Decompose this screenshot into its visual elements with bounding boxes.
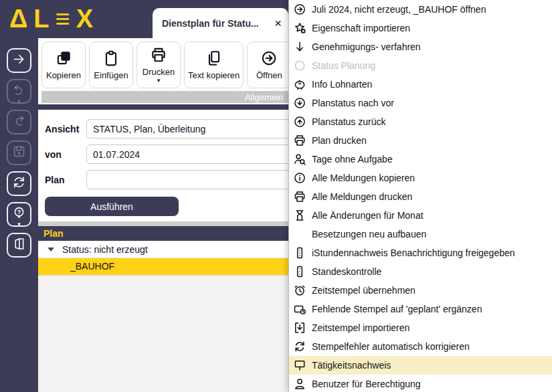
from-field[interactable] [86,144,288,164]
tree-item-status-label: Status: nicht erzeugt [62,244,148,255]
menu-item-status-planning: Status Planung [289,56,552,75]
circle-arrow-up-icon [293,115,306,128]
menu-item-info-wage-types[interactable]: Info Lohnarten [289,75,552,94]
menu-item-fill-missing-stamps-label: Fehlende Stempel auf 'geplant' ergänzen [312,304,482,314]
document-tab[interactable]: Dienstplan für Statu... × [153,8,288,38]
paste-button[interactable]: Einfügen [89,41,133,88]
undo-button: ▾ [7,79,31,104]
refresh-button[interactable] [7,171,31,196]
menu-item-import-property[interactable]: Eigenschaft importieren [289,19,552,37]
group-bar: Allgemein [41,91,288,103]
tree-item-status[interactable]: Status: nicht erzeugt [38,241,288,258]
tree-empty-area [38,275,288,392]
menu-item-plan-status-back[interactable]: Planstatus zurück [289,112,552,131]
app-logo: ΔL≡X [9,1,99,36]
chevron-down-icon: ▾ [17,221,21,227]
tree-expander-icon[interactable] [48,248,54,252]
menu-item-copy-all-messages[interactable]: Alle Meldungen kopieren [289,169,552,187]
open-button-label: Öffnen [256,71,282,81]
menu-item-copy-all-messages-label: Alle Meldungen kopieren [312,173,415,183]
phone-icon [293,265,306,278]
from-field-row: von [45,144,288,164]
menu-item-plan-status-forward[interactable]: Planstatus nach vor [289,94,552,112]
menu-item-approval-process[interactable]: Genehmigungs- verfahren [289,37,552,56]
tree-item-bauhof[interactable]: _BAUHOF [38,258,288,275]
menu-item-import-property-label: Eigenschaft importieren [312,23,410,33]
query-form: AnsichtvonPlan [38,110,288,195]
copy-pages-icon [205,50,223,71]
refresh-icon [293,340,306,353]
menu-item-days-without-task[interactable]: Tage ohne Aufgabe [289,150,552,169]
menu-item-all-changes-for-month-label: Alle Änderungen für Monat [312,210,424,221]
menu-item-approval-process-label: Genehmigungs- verfahren [312,41,421,52]
menu-item-auto-correct-stamp-errors-label: Stempelfehler automatisch korrigieren [312,341,470,352]
door-icon [12,237,26,254]
open-button[interactable]: Öffnen [247,41,288,88]
chevron-down-icon: ▾ [157,78,161,84]
arrow-down-icon [293,40,306,54]
arrow-right-icon [12,52,26,69]
menu-item-rebuild-assignments-label: Besetzungen neu aufbauen [312,229,426,239]
menu-item-auto-correct-stamp-errors[interactable]: Stempelfehler automatisch korrigieren [289,337,552,356]
view-field-label: Ansicht [45,124,86,134]
plan-tree: Status: nicht erzeugt_BAUHOF [38,241,288,275]
sync-icon [12,175,26,192]
help-button[interactable]: ?▾ [7,202,31,227]
redo-icon [12,114,26,130]
monitor-icon [293,359,306,372]
copy-text-button[interactable]: Text kopieren [184,41,244,88]
printer-icon [293,190,306,203]
menu-item-taetigkeitsnachweis[interactable]: Tätigkeitsnachweis [289,356,552,375]
menu-item-import-timestamps[interactable]: Zeitstempel importieren [289,318,552,337]
circle-arrow-down-icon [293,96,306,110]
print-button[interactable]: Drucken▾ [136,41,181,88]
menu-item-istundennachweis-notify-label: iStundennachweis Benachrichtigung freige… [312,248,515,258]
copy-icon [55,50,72,71]
piggy-bank-icon [293,78,306,91]
phone-icon [293,246,306,260]
menu-item-user-for-permission[interactable]: Benutzer für Berechtigung [289,375,552,392]
tab-title: Dienstplan für Statu... [162,18,272,29]
circle-arrow-right-icon [293,3,306,16]
panel-separator [38,104,288,110]
circle-icon [293,59,306,72]
from-field-label: von [45,149,86,160]
menu-item-status-planning-label: Status Planung [312,60,375,71]
exit-button[interactable] [7,233,31,258]
import-box-icon [293,321,306,334]
plan-field[interactable] [86,170,288,189]
menu-item-rebuild-assignments[interactable]: Besetzungen neu aufbauen [289,225,552,243]
chevron-down-icon: ▾ [17,98,21,104]
menu-item-print-plan[interactable]: Plan drucken [289,131,552,150]
print-button-label: Drucken [143,68,175,78]
circle-arrow-right-icon [260,50,278,71]
go-button[interactable] [7,48,31,73]
paste-button-label: Einfügen [94,71,128,81]
card-clock-icon [293,302,306,316]
menu-item-fill-missing-stamps[interactable]: Fehlende Stempel auf 'geplant' ergänzen [289,300,552,318]
view-field-row: Ansicht [45,119,288,138]
left-toolbar: ▾?▾ [0,38,38,392]
copy-button[interactable]: Kopieren [41,41,86,88]
info-circle-icon [293,171,306,185]
menu-item-open-plan-label: Juli 2024, nicht erzeugt, _BAUHOF öffnen [312,4,486,15]
alarm-clock-icon [293,284,306,297]
execute-button[interactable]: Ausführen [45,197,179,216]
menu-item-apply-timestamps[interactable]: Zeitstempel übernehmen [289,281,552,300]
toolbar: KopierenEinfügenDrucken▾Text kopierenÖff… [38,38,288,91]
menu-item-apply-timestamps-label: Zeitstempel übernehmen [312,285,416,296]
menu-item-print-all-messages[interactable]: Alle Meldungen drucken [289,187,552,206]
save-icon [12,144,26,161]
printer-icon [293,134,306,147]
star-plus-icon [293,21,306,35]
view-field[interactable] [86,119,288,138]
menu-item-istundennachweis-notify[interactable]: iStundennachweis Benachrichtigung freige… [289,243,552,262]
menu-item-print-all-messages-label: Alle Meldungen drucken [312,191,412,202]
menu-item-standeskontrolle[interactable]: Standeskontrolle [289,262,552,281]
person-search-icon [293,153,306,166]
menu-item-standeskontrolle-label: Standeskontrolle [312,266,381,277]
menu-item-import-timestamps-label: Zeitstempel importieren [312,322,409,333]
close-icon[interactable]: × [274,17,282,29]
menu-item-open-plan[interactable]: Juli 2024, nicht erzeugt, _BAUHOF öffnen [289,0,552,19]
menu-item-all-changes-for-month[interactable]: Alle Änderungen für Monat [289,206,552,225]
